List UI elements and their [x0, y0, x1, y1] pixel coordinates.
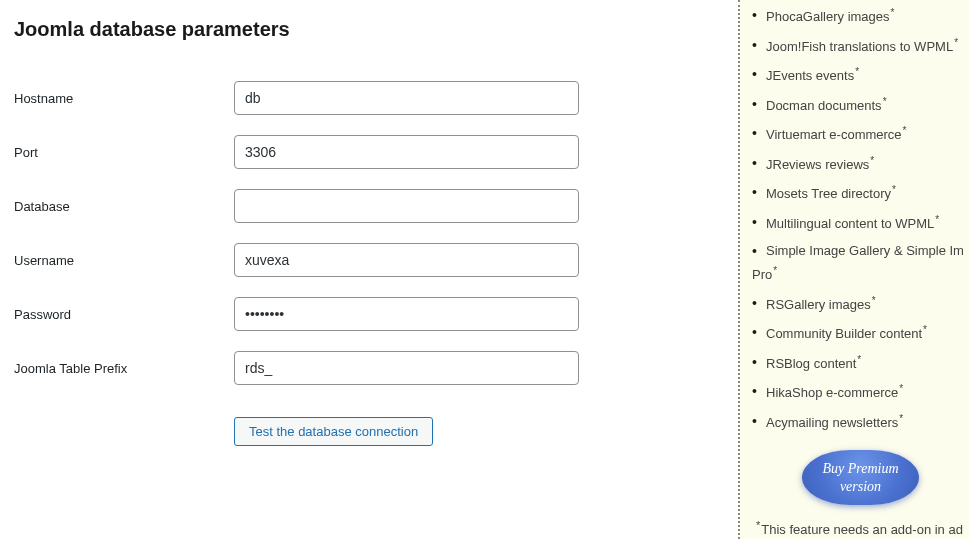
list-item: Community Builder content*	[752, 323, 969, 344]
list-item: RSBlog content*	[752, 353, 969, 374]
list-item: Multilingual content to WPML*	[752, 213, 969, 234]
asterisk-icon: *	[935, 214, 939, 225]
asterisk-icon: *	[855, 66, 859, 77]
username-input[interactable]	[234, 243, 579, 277]
list-item-text: Joom!Fish translations to WPML	[766, 39, 953, 54]
asterisk-icon: *	[899, 383, 903, 394]
asterisk-icon: *	[891, 7, 895, 18]
main-panel: Joomla database parameters Hostname Port…	[0, 0, 738, 539]
list-item-text: Mosets Tree directory	[766, 186, 891, 201]
feature-list: PhocaGallery images*Joom!Fish translatio…	[752, 6, 969, 432]
sidebar: PhocaGallery images*Joom!Fish translatio…	[738, 0, 969, 539]
list-item-text: RSBlog content	[766, 356, 856, 371]
list-item: Pro*	[752, 264, 969, 285]
footnote-text: This feature needs an add-on in ad	[761, 523, 963, 538]
list-item-text: Simple Image Gallery & Simple Im	[766, 243, 964, 258]
list-item: JReviews reviews*	[752, 154, 969, 175]
buy-premium-button[interactable]: Buy Premiumversion	[802, 450, 918, 505]
list-item: JEvents events*	[752, 65, 969, 86]
list-item: Mosets Tree directory*	[752, 183, 969, 204]
list-item-text: Virtuemart e-commerce	[766, 127, 902, 142]
asterisk-icon: *	[954, 37, 958, 48]
hostname-input[interactable]	[234, 81, 579, 115]
list-item-text: PhocaGallery images	[766, 9, 890, 24]
list-item-text: HikaShop e-commerce	[766, 386, 898, 401]
buy-button-wrap: Buy Premiumversion	[752, 450, 969, 505]
list-item-text: Community Builder content	[766, 327, 922, 342]
list-item-text: RSGallery images	[766, 297, 871, 312]
list-item: Virtuemart e-commerce*	[752, 124, 969, 145]
asterisk-icon: *	[773, 265, 777, 276]
list-item: PhocaGallery images*	[752, 6, 969, 27]
asterisk-icon: *	[883, 96, 887, 107]
test-connection-button[interactable]: Test the database connection	[234, 417, 433, 446]
password-input[interactable]	[234, 297, 579, 331]
asterisk-icon: *	[857, 354, 861, 365]
list-item-text: JEvents events	[766, 68, 854, 83]
list-item-text: JReviews reviews	[766, 157, 869, 172]
table-prefix-label: Joomla Table Prefix	[14, 361, 234, 376]
footnote: *This feature needs an add-on in ad Prem…	[752, 517, 969, 539]
hostname-row: Hostname	[14, 81, 724, 115]
hostname-label: Hostname	[14, 91, 234, 106]
list-item: Joom!Fish translations to WPML*	[752, 36, 969, 57]
footnote-star-icon: *	[756, 519, 760, 531]
list-item-text: Multilingual content to WPML	[766, 216, 934, 231]
database-input[interactable]	[234, 189, 579, 223]
database-row: Database	[14, 189, 724, 223]
list-item-text: Docman documents	[766, 98, 882, 113]
username-row: Username	[14, 243, 724, 277]
asterisk-icon: *	[892, 184, 896, 195]
port-input[interactable]	[234, 135, 579, 169]
port-row: Port	[14, 135, 724, 169]
button-row: Test the database connection	[234, 417, 724, 446]
list-item: Simple Image Gallery & Simple Im	[752, 242, 969, 260]
table-prefix-row: Joomla Table Prefix	[14, 351, 724, 385]
asterisk-icon: *	[870, 155, 874, 166]
list-item: Docman documents*	[752, 95, 969, 116]
list-item: RSGallery images*	[752, 294, 969, 315]
database-label: Database	[14, 199, 234, 214]
list-item-text: Pro	[752, 268, 772, 283]
table-prefix-input[interactable]	[234, 351, 579, 385]
asterisk-icon: *	[923, 324, 927, 335]
asterisk-icon: *	[903, 125, 907, 136]
asterisk-icon: *	[899, 413, 903, 424]
password-label: Password	[14, 307, 234, 322]
list-item: Acymailing newsletters*	[752, 412, 969, 433]
asterisk-icon: *	[872, 295, 876, 306]
list-item: HikaShop e-commerce*	[752, 382, 969, 403]
page-title: Joomla database parameters	[14, 18, 724, 41]
username-label: Username	[14, 253, 234, 268]
list-item-text: Acymailing newsletters	[766, 415, 898, 430]
password-row: Password	[14, 297, 724, 331]
port-label: Port	[14, 145, 234, 160]
